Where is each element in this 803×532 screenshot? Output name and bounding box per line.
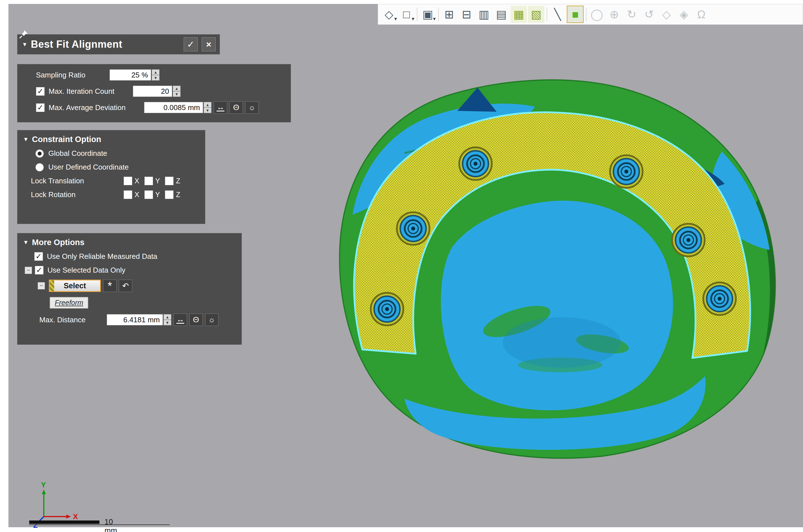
rotate-selection-mode: ↻ (623, 6, 640, 23)
dropdown-arrow-icon[interactable]: ▾ (412, 16, 414, 22)
use-selected-data-checkbox[interactable]: ✓ (35, 266, 43, 274)
lock-translation-z-checkbox[interactable] (165, 176, 173, 185)
pin-icon[interactable] (19, 30, 29, 39)
axis-x-label: X (134, 191, 139, 199)
global-coordinate-radio[interactable] (35, 149, 44, 158)
magnet-selection-mode-icon: Ω (697, 9, 706, 20)
user-defined-coordinate-label: User Defined Coordinate (48, 163, 129, 172)
implant-scanbody-6[interactable] (703, 282, 736, 315)
max-avg-deviation-stepper[interactable]: ▲ ▼ (204, 102, 211, 113)
spin-down-icon[interactable]: ▼ (164, 320, 171, 325)
max-iteration-stepper[interactable]: ▲ ▼ (173, 86, 181, 97)
lock-translation-label: Lock Translation (31, 176, 124, 185)
dropdown-arrow-icon[interactable]: ▾ (394, 16, 397, 22)
caliper-tool-icon: ▤ (496, 9, 507, 20)
spin-up-icon[interactable]: ▲ (164, 314, 171, 320)
ruler-icon: ↔ (176, 316, 184, 324)
deviation-table-tool[interactable]: ▦ (511, 6, 527, 23)
spin-up-icon[interactable]: ▲ (152, 69, 160, 75)
paint-select-tool[interactable]: ▣▾ (419, 6, 436, 23)
collapse-dialog-toggle[interactable]: ▼ (22, 41, 27, 48)
history-button[interactable]: Θ (189, 314, 203, 326)
max-iteration-input[interactable]: 20 (133, 86, 172, 97)
y-axis-arrow (42, 490, 46, 494)
plane-section-tool-icon: ⊞ (444, 9, 454, 20)
implant-scanbody-2[interactable] (610, 155, 642, 188)
freeform-selection-mode-icon: ↺ (644, 9, 654, 20)
cancel-button[interactable]: × (202, 37, 216, 51)
toolbar-separator (586, 7, 586, 21)
lock-rotation-z-checkbox[interactable] (165, 190, 173, 199)
max-iteration-label: Max. Iteration Count (49, 87, 133, 96)
diamond-selection-mode-icon: ◈ (680, 9, 688, 20)
collapse-section-toggle[interactable]: ▼ (23, 136, 29, 142)
global-coordinate-label: Global Coordinate (48, 149, 107, 158)
select-button[interactable]: Select (49, 280, 101, 292)
spin-down-icon[interactable]: ▼ (204, 108, 211, 113)
scale-bar: 10 mm (29, 520, 99, 524)
collapse-select-toggle[interactable]: − (38, 282, 45, 289)
diamond-selection-mode: ◈ (676, 6, 692, 23)
preview-button[interactable]: ☼ (245, 101, 259, 114)
collapse-section-toggle[interactable]: ▼ (23, 239, 29, 246)
lock-rotation-label: Lock Rotation (31, 190, 124, 199)
caliper-tool[interactable]: ▤ (493, 6, 509, 23)
box-select-tool[interactable]: □▾ (398, 6, 414, 23)
max-avg-deviation-input[interactable]: 0.0085 mm (144, 102, 203, 113)
lock-translation-y-checkbox[interactable] (144, 176, 153, 185)
spin-down-icon[interactable]: ▼ (152, 75, 160, 80)
collapse-subtree-toggle[interactable]: − (25, 267, 32, 274)
measured-mesh-blue-center (441, 201, 673, 411)
magnet-selection-mode: Ω (693, 6, 709, 23)
compare-table-tool[interactable]: ▧ (528, 6, 544, 23)
max-iteration-checkbox[interactable]: ✓ (36, 87, 45, 96)
best-fit-alignment-dialog-header: ▼ Best Fit Alignment ✓ × (17, 34, 220, 55)
measure-range-button[interactable]: ↔ (173, 314, 187, 326)
thickness-gauge-tool[interactable]: ▥ (476, 6, 492, 23)
freeform-mode-button[interactable]: Freeform (50, 297, 88, 308)
polygon-select-tool[interactable]: ◇▾ (381, 6, 397, 23)
rotate-selection-mode-icon: ↻ (627, 9, 636, 20)
lock-translation-x-checkbox[interactable] (124, 176, 132, 185)
confirm-button[interactable]: ✓ (184, 37, 198, 51)
x-axis-label: X (73, 512, 78, 521)
measure-range-button[interactable]: ↔ (214, 101, 227, 114)
slab-section-tool[interactable]: ⊟ (459, 6, 475, 23)
plane-section-tool[interactable]: ⊞ (441, 6, 457, 23)
implant-scanbody-5[interactable] (371, 293, 403, 325)
star-select-button[interactable]: * (103, 280, 116, 292)
implant-scanbody-3[interactable] (397, 212, 429, 245)
implant-scanbody-4[interactable] (672, 224, 705, 256)
constraint-option-panel: ▼ Constraint Option Global Coordinate Us… (17, 130, 205, 224)
scale-bar-line (29, 525, 170, 525)
spin-down-icon[interactable]: ▼ (173, 91, 181, 97)
undo-selection-button[interactable]: ↶ (119, 280, 132, 292)
polygon-selection-mode: ◇ (658, 6, 675, 23)
preview-button[interactable]: ☼ (205, 314, 219, 326)
lock-rotation-x-checkbox[interactable] (124, 190, 132, 199)
max-avg-deviation-label: Max. Average Deviation (49, 103, 144, 112)
alignment-parameters-panel: Sampling Ratio 25 % ▲ ▼ ✓ Max. Iteration… (17, 64, 291, 122)
user-defined-coordinate-radio[interactable] (35, 163, 44, 172)
sampling-ratio-stepper[interactable]: ▲ ▼ (152, 69, 160, 80)
max-distance-input[interactable]: 6.4181 mm (107, 314, 163, 325)
dental-scan-model[interactable] (320, 68, 798, 472)
sampling-ratio-input[interactable]: 25 % (110, 69, 151, 80)
max-avg-deviation-checkbox[interactable]: ✓ (36, 103, 45, 112)
dropdown-arrow-icon[interactable]: ▾ (433, 16, 436, 22)
light-icon: ☼ (248, 103, 256, 112)
rectangle-selection-mode[interactable]: ■ (567, 6, 584, 23)
thickness-gauge-tool-icon: ▥ (479, 9, 489, 20)
history-button[interactable]: Θ (229, 101, 243, 114)
spin-up-icon[interactable]: ▲ (204, 102, 211, 108)
use-reliable-data-label: Use Only Reliable Measured Data (47, 252, 157, 261)
slab-section-tool-icon: ⊟ (462, 9, 471, 20)
undo-icon: ↶ (122, 281, 129, 290)
use-selected-data-label: Use Selected Data Only (48, 266, 125, 274)
implant-scanbody-1[interactable] (459, 147, 492, 180)
use-reliable-data-checkbox[interactable]: ✓ (34, 252, 43, 261)
line-tool[interactable]: ╲ (549, 6, 566, 23)
spin-up-icon[interactable]: ▲ (173, 86, 181, 91)
lock-rotation-y-checkbox[interactable] (144, 190, 153, 199)
max-distance-stepper[interactable]: ▲ ▼ (164, 314, 171, 325)
